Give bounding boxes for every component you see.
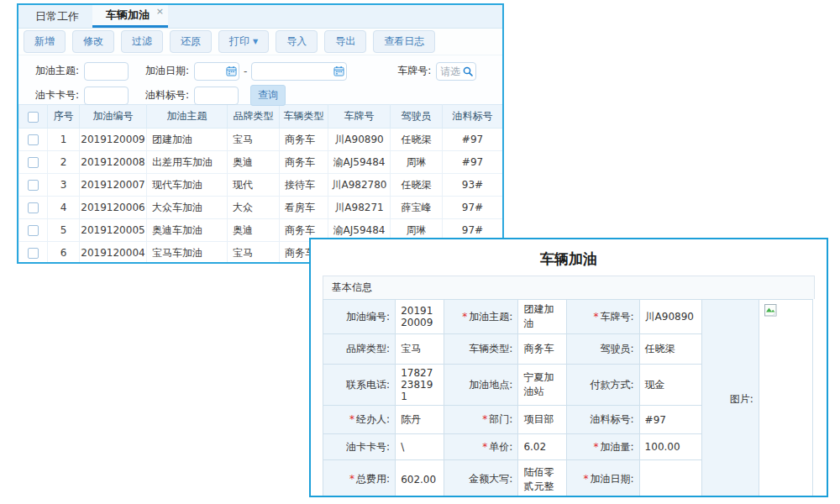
filter-plate-label: 车牌号: — [382, 64, 431, 78]
cell-fuel-grade: #97 — [443, 129, 503, 151]
field-value: 宁夏加油站 — [518, 365, 567, 406]
cell-brand: 现代 — [228, 174, 280, 197]
row-checkbox[interactable] — [28, 134, 39, 145]
cell-driver[interactable]: 周琳 — [391, 151, 443, 174]
image-field-value — [759, 300, 812, 498]
broken-image-icon — [764, 304, 777, 317]
field-label: *经办人: — [323, 406, 396, 434]
cell-plate[interactable]: 川A90890 — [328, 129, 391, 151]
required-marker: * — [349, 473, 354, 485]
required-marker: * — [349, 413, 354, 425]
cell-vehicle-type: 商务车 — [280, 129, 328, 151]
field-value: 602.00 — [396, 460, 444, 498]
filter-date-label: 加油日期: — [140, 64, 189, 78]
query-button[interactable]: 查询 — [250, 85, 286, 106]
table-row: 42019120006大众车加油大众看房车川A98271薛宝峰97# — [19, 197, 503, 219]
row-checkbox[interactable] — [28, 202, 39, 213]
cell-topic[interactable]: 奥迪车加油 — [147, 219, 228, 242]
export-button[interactable]: 导出 — [324, 30, 366, 53]
date-to-field[interactable] — [251, 62, 347, 81]
column-header: 油料标号 — [443, 105, 503, 129]
cell-index: 4 — [48, 197, 80, 219]
field-value: 团建加油 — [518, 300, 567, 334]
column-header: 车辆类型 — [280, 105, 328, 129]
import-button[interactable]: 导入 — [276, 30, 318, 53]
row-checkbox[interactable] — [28, 225, 39, 236]
chevron-down-icon: ▼ — [253, 38, 258, 45]
select-all-checkbox[interactable] — [28, 112, 39, 123]
topic-input[interactable] — [84, 62, 129, 81]
cell-topic[interactable]: 出差用车加油 — [147, 151, 228, 174]
field-label: 油料标号: — [567, 406, 639, 434]
field-value: 陈丹 — [396, 406, 444, 434]
print-button[interactable]: 打印 ▼ — [218, 30, 269, 53]
detail-form: 加油编号:2019120009*加油主题:团建加油*车牌号:川A90890图片:… — [323, 299, 813, 497]
field-value: 17827238191 — [396, 365, 444, 406]
cell-record-id[interactable]: 2019120006 — [80, 197, 147, 219]
cell-index: 6 — [48, 242, 80, 265]
cell-brand: 奥迪 — [228, 219, 280, 242]
select-all-cell — [19, 105, 48, 129]
cell-driver[interactable]: 薛宝峰 — [391, 197, 443, 219]
cell-plate[interactable]: 渝AJ59484 — [328, 151, 391, 174]
field-label: *加油主题: — [444, 300, 518, 334]
cell-fuel-grade: #97 — [443, 151, 503, 174]
field-label: 加油地点: — [444, 365, 518, 406]
card-number-input[interactable] — [84, 87, 129, 105]
cell-topic[interactable]: 大众车加油 — [147, 197, 228, 219]
calendar-icon[interactable] — [333, 66, 344, 76]
column-header: 车牌号 — [328, 105, 391, 129]
cell-plate[interactable]: 川A98271 — [328, 197, 391, 219]
row-checkbox[interactable] — [28, 180, 39, 191]
restore-button[interactable]: 还原 — [170, 30, 212, 53]
cell-fuel-grade: 97# — [443, 197, 503, 219]
cell-topic[interactable]: 宝马车加油 — [147, 242, 228, 265]
required-marker: * — [482, 441, 487, 453]
field-value: 陆佰零贰元整 — [518, 460, 567, 498]
tab-daily-work[interactable]: 日常工作 — [22, 5, 92, 28]
cell-topic[interactable]: 现代车加油 — [147, 174, 228, 197]
field-label: *总费用: — [323, 460, 396, 498]
view-log-button[interactable]: 查看日志 — [373, 30, 435, 53]
cell-record-id[interactable]: 2019120009 — [80, 129, 147, 151]
cell-vehicle-type: 看房车 — [280, 197, 328, 219]
cell-driver[interactable]: 任晓渠 — [391, 129, 443, 151]
calendar-icon[interactable] — [226, 66, 237, 76]
field-label: *加油量: — [567, 434, 639, 460]
tab-vehicle-refuel[interactable]: 车辆加油 × — [92, 5, 168, 28]
edit-button[interactable]: 修改 — [72, 30, 114, 53]
screen: 日常工作 车辆加油 × 新增 修改 过滤 还原 打印 ▼ 导入 导出 查看日志 … — [0, 0, 840, 504]
cell-topic[interactable]: 团建加油 — [147, 129, 228, 151]
add-button[interactable]: 新增 — [24, 30, 66, 53]
cell-index: 2 — [48, 151, 80, 174]
cell-record-id[interactable]: 2019120008 — [80, 151, 147, 174]
row-checkbox-cell — [19, 242, 48, 265]
date-from-input[interactable] — [194, 62, 239, 81]
close-tab-icon[interactable]: × — [156, 6, 164, 17]
image-field-label: 图片: — [701, 300, 759, 498]
column-header: 品牌类型 — [228, 105, 280, 129]
cell-fuel-grade: 93# — [443, 174, 503, 197]
plate-picker-input[interactable] — [436, 62, 476, 81]
row-checkbox[interactable] — [28, 157, 39, 168]
field-label: 联系电话: — [323, 365, 396, 406]
grade-input[interactable] — [194, 87, 239, 105]
field-value: 川A90890 — [639, 300, 701, 334]
cell-brand: 宝马 — [228, 242, 280, 265]
field-value — [639, 460, 701, 498]
cell-index: 5 — [48, 219, 80, 242]
filter-button[interactable]: 过滤 — [121, 30, 163, 53]
main-window: 日常工作 车辆加油 × 新增 修改 过滤 还原 打印 ▼ 导入 导出 查看日志 … — [17, 3, 504, 264]
field-value: 6.02 — [518, 434, 567, 460]
cell-plate[interactable]: 川A982780 — [328, 174, 391, 197]
search-icon[interactable] — [462, 66, 474, 77]
cell-vehicle-type: 商务车 — [280, 151, 328, 174]
required-marker: * — [584, 473, 589, 485]
date-to-input[interactable] — [251, 62, 347, 81]
row-checkbox[interactable] — [28, 248, 39, 259]
cell-record-id[interactable]: 2019120005 — [80, 219, 147, 242]
cell-record-id[interactable]: 2019120007 — [80, 174, 147, 197]
cell-record-id[interactable]: 2019120004 — [80, 242, 147, 265]
cell-driver[interactable]: 任晓渠 — [391, 174, 443, 197]
cell-vehicle-type: 接待车 — [280, 174, 328, 197]
